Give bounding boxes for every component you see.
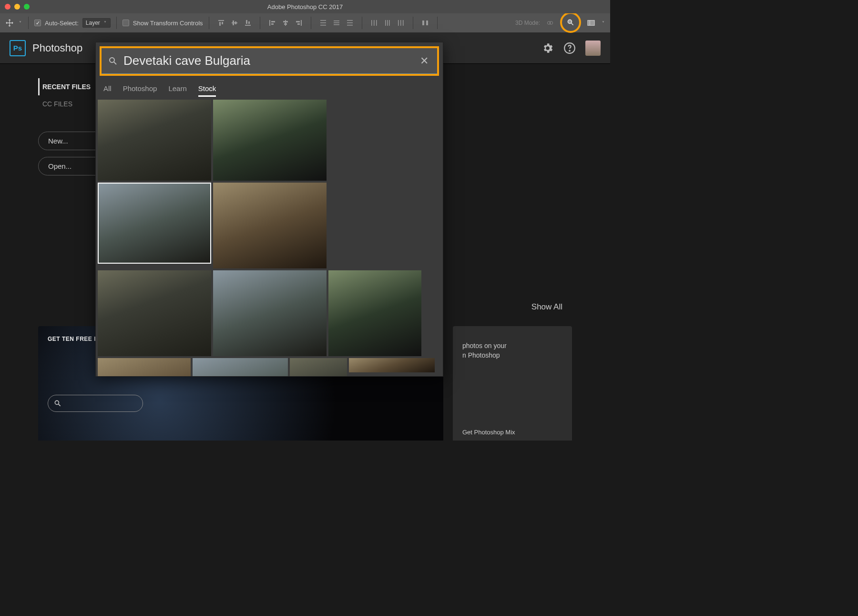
show-all-link[interactable]: Show All <box>531 302 562 312</box>
distribute-top-icon[interactable] <box>317 17 329 29</box>
search-icon[interactable] <box>564 16 577 29</box>
search-panel: ✕ All Photoshop Learn Stock <box>95 42 443 377</box>
svg-rect-6 <box>245 25 251 26</box>
distribute-left-icon[interactable] <box>368 17 380 29</box>
result-thumb[interactable] <box>213 183 327 268</box>
svg-rect-27 <box>371 20 372 26</box>
svg-rect-17 <box>297 23 300 25</box>
svg-rect-15 <box>301 20 302 26</box>
distribute-vcenter-icon[interactable] <box>330 17 343 29</box>
app-logo: Ps <box>10 40 26 56</box>
app-name: Photoshop <box>32 42 82 54</box>
svg-rect-23 <box>334 24 339 25</box>
workspace-chevron-icon[interactable]: ˅ <box>601 21 605 26</box>
title-bar: Adobe Photoshop CC 2017 <box>0 0 610 13</box>
result-thumb[interactable] <box>98 100 211 181</box>
align-vertical-centers-icon[interactable] <box>228 17 241 29</box>
separator <box>116 17 117 29</box>
clear-search-icon[interactable]: ✕ <box>418 55 430 67</box>
svg-line-47 <box>59 404 61 406</box>
search-input[interactable] <box>123 53 413 69</box>
svg-point-39 <box>550 21 552 24</box>
svg-rect-1 <box>219 22 221 26</box>
card-right[interactable]: photos on your n Photoshop Get Photoshop… <box>453 326 572 441</box>
svg-rect-28 <box>374 20 375 26</box>
result-thumb[interactable] <box>98 183 211 264</box>
svg-rect-14 <box>284 23 287 25</box>
result-thumb[interactable] <box>193 358 288 376</box>
workspace-switcher-icon[interactable] <box>585 17 597 29</box>
svg-rect-25 <box>347 22 353 23</box>
help-icon[interactable] <box>563 42 576 54</box>
svg-rect-18 <box>320 20 326 21</box>
tab-learn[interactable]: Learn <box>168 84 186 97</box>
distribute-right-icon[interactable] <box>395 17 407 29</box>
svg-rect-2 <box>222 22 223 24</box>
align-left-edges-icon[interactable] <box>266 17 278 29</box>
card-search-box[interactable] <box>48 395 143 412</box>
svg-rect-8 <box>248 21 250 24</box>
svg-point-46 <box>55 400 59 404</box>
svg-rect-22 <box>334 22 339 23</box>
separator <box>311 17 311 29</box>
svg-rect-35 <box>403 20 404 26</box>
svg-point-48 <box>110 58 114 62</box>
move-tool-icon[interactable] <box>5 18 14 28</box>
zoom-window[interactable] <box>24 4 30 10</box>
gear-icon[interactable] <box>541 42 554 54</box>
svg-rect-3 <box>232 22 237 23</box>
result-thumb[interactable] <box>98 270 211 356</box>
auto-select-target-value: Layer <box>86 20 100 26</box>
show-transform-checkbox[interactable] <box>123 20 129 26</box>
svg-rect-31 <box>387 20 388 26</box>
show-transform-label: Show Transform Controls <box>133 20 203 27</box>
svg-rect-4 <box>233 21 234 25</box>
svg-rect-34 <box>400 20 401 26</box>
align-right-edges-icon[interactable] <box>293 17 305 29</box>
result-thumb[interactable] <box>213 100 327 181</box>
tab-all[interactable]: All <box>103 84 112 97</box>
svg-rect-36 <box>422 21 424 25</box>
distribute-group-1 <box>317 17 356 29</box>
svg-rect-21 <box>334 21 339 21</box>
tool-preset-chevron-icon[interactable]: ˅ <box>18 21 22 26</box>
tab-stock[interactable]: Stock <box>198 84 216 97</box>
svg-rect-33 <box>398 20 399 26</box>
auto-select-label: Auto-Select: <box>45 20 79 27</box>
result-thumb[interactable] <box>290 358 347 376</box>
tab-photoshop[interactable]: Photoshop <box>123 84 157 97</box>
user-avatar[interactable] <box>585 41 601 56</box>
align-group-1 <box>215 17 254 29</box>
svg-rect-26 <box>347 25 353 26</box>
mode-3d-label: 3D Mode: <box>515 20 540 26</box>
svg-rect-24 <box>347 20 353 21</box>
separator <box>28 17 29 29</box>
close-window[interactable] <box>5 4 10 10</box>
align-bottom-edges-icon[interactable] <box>242 17 254 29</box>
result-thumb[interactable] <box>98 358 191 376</box>
svg-rect-0 <box>218 20 224 21</box>
result-thumb[interactable] <box>328 270 421 356</box>
search-results <box>96 100 443 376</box>
svg-rect-11 <box>271 23 274 25</box>
auto-select-target-select[interactable]: Layer ˅ <box>82 18 111 28</box>
result-thumb[interactable] <box>349 358 435 372</box>
distribute-hcenter-icon[interactable] <box>381 17 394 29</box>
search-field-highlight: ✕ <box>100 46 439 76</box>
svg-rect-16 <box>296 21 300 22</box>
auto-align-icon[interactable] <box>419 17 431 29</box>
auto-select-checkbox[interactable] <box>34 20 41 26</box>
align-horizontal-centers-icon[interactable] <box>279 17 292 29</box>
chevron-down-icon: ˅ <box>103 21 107 26</box>
svg-rect-29 <box>376 20 377 26</box>
distribute-bottom-icon[interactable] <box>344 17 356 29</box>
search-tabs: All Photoshop Learn Stock <box>96 80 443 100</box>
svg-point-45 <box>569 50 570 51</box>
card-link-mix[interactable]: Get Photoshop Mix <box>462 429 515 436</box>
separator <box>260 17 260 29</box>
align-top-edges-icon[interactable] <box>215 17 227 29</box>
card-right-text: photos on your n Photoshop <box>462 341 562 360</box>
result-thumb[interactable] <box>213 270 327 356</box>
mode-3d-icon[interactable] <box>544 17 556 29</box>
minimize-window[interactable] <box>14 4 20 10</box>
